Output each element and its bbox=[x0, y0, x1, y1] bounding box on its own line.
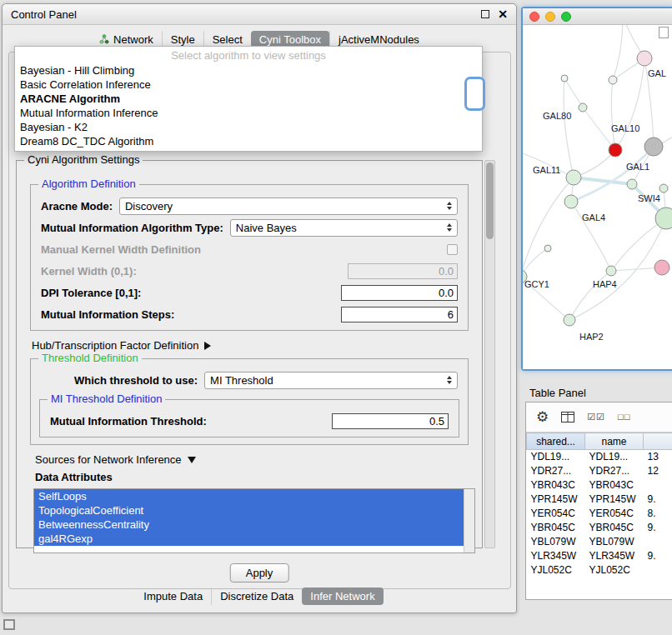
table-cell[interactable]: YJL052C bbox=[527, 563, 585, 578]
data-attributes-list[interactable]: SelfLoopsTopologicalCoefficientBetweenne… bbox=[33, 488, 475, 553]
table-row[interactable]: YBL079WYBL079W bbox=[527, 535, 672, 549]
minimize-traffic-light-icon[interactable] bbox=[545, 12, 555, 22]
algorithm-option-basic-correlation-inference[interactable]: Basic Correlation Inference bbox=[15, 78, 482, 92]
table-cell[interactable]: 12 bbox=[644, 464, 672, 478]
network-node[interactable] bbox=[564, 314, 575, 326]
mi-steps-input[interactable] bbox=[341, 307, 458, 322]
table-cell[interactable]: YPR145W bbox=[585, 492, 644, 507]
table-row[interactable]: YLR345WYLR345W9. bbox=[527, 549, 672, 563]
network-window-titlebar[interactable] bbox=[523, 8, 672, 25]
table-cell[interactable]: YER054C bbox=[585, 507, 644, 521]
table-row[interactable]: YDR27...YDR27...12 bbox=[527, 464, 672, 478]
table-cell[interactable] bbox=[644, 563, 672, 578]
tab-infer-network[interactable]: Infer Network bbox=[302, 588, 383, 605]
network-node[interactable] bbox=[609, 143, 622, 157]
network-edge[interactable] bbox=[611, 80, 615, 150]
attribute-item-betweennesscentrality[interactable]: BetweennessCentrality bbox=[34, 518, 464, 532]
table-cell[interactable]: 9. bbox=[644, 492, 672, 507]
table-cell[interactable]: YBR045C bbox=[585, 521, 644, 535]
close-window-icon[interactable]: ✕ bbox=[498, 9, 508, 19]
dpi-tolerance-input[interactable] bbox=[341, 285, 458, 301]
network-node[interactable] bbox=[561, 75, 568, 82]
table-cell[interactable]: 13 bbox=[644, 450, 672, 464]
table-row[interactable]: YDL19...YDL19...13 bbox=[527, 450, 672, 464]
algorithm-option-aracne-algorithm[interactable]: ARACNE Algorithm bbox=[15, 92, 482, 106]
network-node[interactable] bbox=[606, 266, 616, 276]
algorithm-option-bayesian-hill-climbing[interactable]: Bayesian - Hill Climbing bbox=[15, 63, 482, 78]
tab-discretize-data[interactable]: Discretize Data bbox=[211, 588, 302, 605]
network-node[interactable] bbox=[637, 51, 652, 66]
table-row[interactable]: YER054CYER054C8. bbox=[527, 507, 672, 521]
table-row[interactable]: YBR045CYBR045C9. bbox=[527, 521, 672, 535]
network-edge[interactable] bbox=[564, 78, 574, 178]
algorithm-option-dream8-dc-tdc-algorithm[interactable]: Dream8 DC_TDC Algorithm bbox=[15, 134, 482, 148]
select-all-checkboxes-icon[interactable]: ☑☑ bbox=[587, 410, 605, 424]
table-cell[interactable]: YBL079W bbox=[527, 535, 585, 549]
columns-icon[interactable] bbox=[561, 412, 574, 422]
network-edge[interactable] bbox=[569, 271, 611, 320]
table-cell[interactable]: YDL19... bbox=[527, 450, 585, 464]
table-cell[interactable]: YLR345W bbox=[527, 549, 585, 563]
settings-scrollbar-thumb[interactable] bbox=[486, 162, 494, 239]
collapse-down-icon[interactable] bbox=[188, 457, 196, 463]
network-edge[interactable] bbox=[615, 58, 644, 150]
network-node[interactable] bbox=[654, 260, 669, 275]
network-node[interactable] bbox=[579, 103, 587, 112]
network-node[interactable] bbox=[644, 138, 663, 156]
algorithm-option-bayesian-k2[interactable]: Bayesian - K2 bbox=[15, 120, 482, 134]
network-node[interactable] bbox=[627, 179, 637, 189]
network-edge[interactable] bbox=[613, 25, 623, 80]
minimized-panel-icon[interactable] bbox=[3, 619, 15, 630]
table-cell[interactable] bbox=[644, 535, 672, 549]
table-cell[interactable]: YBL079W bbox=[585, 535, 644, 549]
table-cell[interactable]: YLR345W bbox=[585, 549, 644, 563]
hub-definition-expander[interactable]: Hub/Transcription Factor Definition bbox=[32, 339, 472, 352]
attribute-item-gal4rgexp[interactable]: gal4RGexp bbox=[34, 532, 464, 546]
manual-kernel-checkbox[interactable] bbox=[447, 244, 458, 255]
network-edge[interactable] bbox=[574, 178, 632, 184]
table-cell[interactable]: YBR045C bbox=[527, 521, 585, 535]
network-node[interactable] bbox=[566, 170, 581, 185]
table-row[interactable]: YPR145WYPR145W9. bbox=[527, 492, 672, 507]
mi-threshold-input[interactable] bbox=[332, 413, 449, 429]
control-panel-titlebar[interactable]: Control Panel ✕ bbox=[3, 4, 516, 25]
gear-icon[interactable]: ⚙ bbox=[536, 410, 549, 424]
tab-impute-data[interactable]: Impute Data bbox=[135, 588, 211, 605]
float-window-icon[interactable] bbox=[481, 10, 489, 18]
network-canvas[interactable]: GALGAL80GAL10GAL11GAL1SWI4GAL4GCY1HAP4HA… bbox=[523, 25, 672, 369]
close-traffic-light-icon[interactable] bbox=[529, 12, 539, 22]
which-threshold-select[interactable]: MI Threshold bbox=[204, 372, 458, 389]
zoom-traffic-light-icon[interactable] bbox=[561, 12, 571, 22]
network-edge[interactable] bbox=[564, 78, 583, 108]
network-node[interactable] bbox=[609, 76, 617, 84]
table-cell[interactable]: YDR27... bbox=[527, 464, 585, 478]
network-node[interactable] bbox=[659, 184, 668, 192]
deselect-all-checkboxes-icon[interactable]: □□ bbox=[618, 410, 630, 424]
attribute-item-topologicalcoefficient[interactable]: TopologicalCoefficient bbox=[34, 503, 464, 518]
network-edge[interactable] bbox=[523, 248, 548, 277]
table-cell[interactable]: YDL19... bbox=[585, 450, 644, 464]
attributes-list-scrollbar[interactable] bbox=[464, 489, 474, 552]
aracne-mode-select[interactable]: Discovery bbox=[119, 198, 458, 215]
attribute-item-selfloops[interactable]: SelfLoops bbox=[34, 489, 464, 503]
table-cell[interactable]: YER054C bbox=[527, 507, 585, 521]
table-cell[interactable]: 9. bbox=[644, 521, 672, 535]
column-header-name[interactable]: name bbox=[585, 433, 644, 450]
table-cell[interactable]: YDR27... bbox=[585, 464, 644, 478]
algorithm-option-mutual-information-inference[interactable]: Mutual Information Inference bbox=[15, 106, 482, 120]
table-cell[interactable] bbox=[644, 478, 672, 492]
sources-expander[interactable]: Sources for Network Inference bbox=[35, 453, 472, 466]
table-row[interactable]: YJL052CYJL052C bbox=[527, 563, 672, 578]
apply-button[interactable]: Apply bbox=[230, 563, 289, 582]
network-node[interactable] bbox=[544, 245, 551, 252]
settings-scrollbar[interactable] bbox=[484, 160, 495, 548]
table-cell[interactable]: YJL052C bbox=[585, 563, 644, 578]
network-graph[interactable]: GALGAL80GAL10GAL11GAL1SWI4GAL4GCY1HAP4HA… bbox=[523, 25, 672, 369]
expand-right-icon[interactable] bbox=[204, 342, 211, 350]
table-cell[interactable]: YBR043C bbox=[527, 478, 585, 492]
focused-control-fragment[interactable] bbox=[464, 77, 485, 111]
table-cell[interactable]: 9. bbox=[644, 549, 672, 563]
canvas-corner-box[interactable] bbox=[659, 27, 669, 38]
table-cell[interactable]: YBR043C bbox=[585, 478, 644, 492]
table-cell[interactable]: YPR145W bbox=[527, 492, 585, 507]
